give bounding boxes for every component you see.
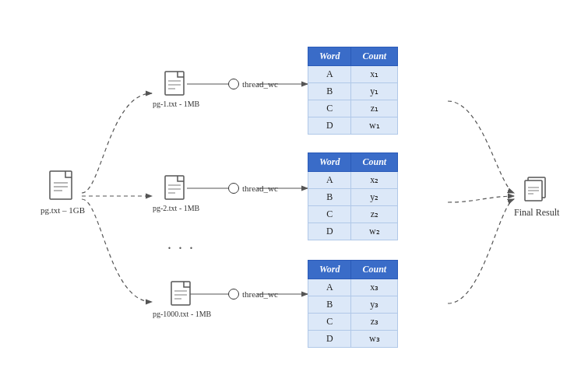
svg-rect-13	[171, 282, 190, 305]
thread-label-3: thread_wc	[242, 289, 278, 299]
chunk2-file-icon: pg-2.txt - 1MB	[153, 174, 199, 212]
table-row: Dw₂	[308, 223, 398, 240]
table2-word-header: Word	[308, 153, 351, 172]
chunk1-label: pg-1.txt - 1MB	[153, 100, 199, 108]
thread-wc-1: thread_wc	[228, 79, 278, 89]
svg-rect-9	[165, 176, 184, 199]
table-row: Dw₁	[308, 117, 398, 135]
table2-count-header: Count	[351, 153, 398, 172]
arrows-svg	[0, 0, 588, 389]
table-row: Cz₂	[308, 206, 398, 223]
table-row: By₂	[308, 189, 398, 206]
table-row: By₁	[308, 83, 398, 100]
table-3: Word Count Ax₃ By₃ Cz₃ Dw₃	[308, 260, 398, 348]
table-row: Ax₂	[308, 172, 398, 189]
final-result-label: Final Result	[514, 207, 559, 219]
thread-label-2: thread_wc	[242, 184, 278, 193]
table-row: Cz₃	[308, 314, 398, 331]
thread-wc-3: thread_wc	[228, 289, 278, 300]
thread-circle-1	[228, 79, 239, 89]
chunk3-file-icon: pg-1000.txt - 1MB	[153, 280, 211, 318]
table-row: Ax₁	[308, 66, 398, 83]
table-row: Cz₁	[308, 100, 398, 117]
diagram: pg.txt – 1GB pg-1.txt - 1MB pg-2.txt - 1…	[0, 0, 588, 389]
svg-rect-1	[50, 171, 72, 199]
table-row: Dw₃	[308, 331, 398, 348]
chunk3-label: pg-1000.txt - 1MB	[153, 310, 211, 318]
table-2: Word Count Ax₂ By₂ Cz₂ Dw₂	[308, 152, 398, 240]
table-row: Ax₃	[308, 279, 398, 296]
ellipsis-dots: · · ·	[167, 240, 195, 258]
chunk1-file-icon: pg-1.txt - 1MB	[153, 70, 199, 108]
chunk2-label: pg-2.txt - 1MB	[153, 204, 199, 212]
table1-count-header: Count	[351, 47, 398, 66]
thread-circle-2	[228, 183, 239, 194]
table1-word-header: Word	[308, 47, 351, 66]
table-1: Word Count Ax₁ By₁ Cz₁ Dw₁	[308, 47, 398, 135]
table3-word-header: Word	[308, 261, 351, 279]
table3-count-header: Count	[351, 261, 398, 279]
source-file-icon: pg.txt – 1GB	[40, 170, 85, 215]
source-file-label: pg.txt – 1GB	[40, 205, 85, 215]
thread-circle-3	[228, 289, 239, 300]
table-row: By₃	[308, 296, 398, 314]
thread-label-1: thread_wc	[242, 79, 278, 89]
final-result: Final Result	[514, 173, 559, 219]
svg-rect-5	[165, 72, 184, 95]
thread-wc-2: thread_wc	[228, 183, 278, 194]
